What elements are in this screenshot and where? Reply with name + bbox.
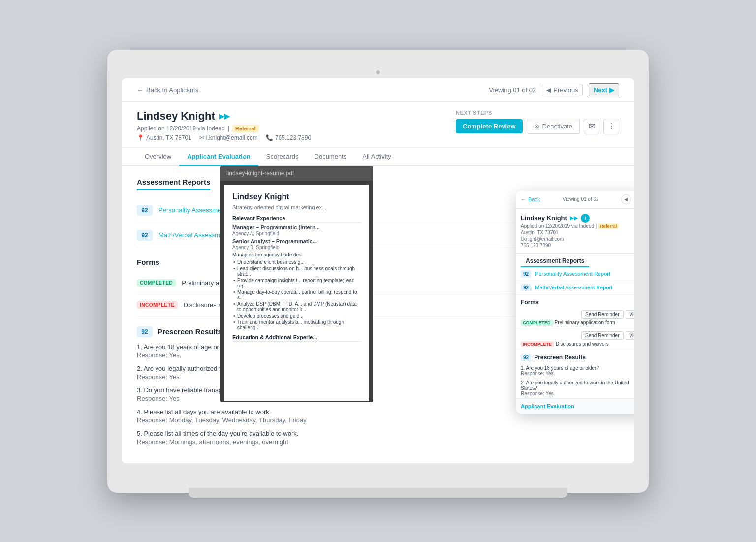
mobile-viewing-label: Viewing 01 of 02 (563, 196, 599, 202)
prev-arrow-icon: ◀ (546, 86, 551, 94)
mobile-preliminary-actions: Send Reminder View (521, 310, 634, 319)
pdf-job1-title: Manager – Programmatic (Intern... (232, 224, 361, 230)
mobile-applicant-name: Lindsey Knight ▶▶ i (521, 214, 634, 223)
pdf-bullet-7: Train and mentor analysts b... motivatin… (232, 319, 361, 330)
mobile-profile: Lindsey Knight ▶▶ i Applied on 12/20/201… (516, 209, 634, 254)
mobile-prescreen-q1: 1. Are you 18 years of age or older? (521, 365, 634, 371)
mobile-preliminary-send-reminder[interactable]: Send Reminder (581, 310, 623, 319)
pdf-bullet-3: Provide campaign insights t... reporting… (232, 278, 361, 288)
mobile-forms-section: Forms Send Reminder View COMPLETED Preli… (516, 295, 634, 350)
preliminary-status: COMPLETED (137, 279, 176, 287)
next-steps-buttons: Complete Review ⊗ Deactivate ✉ ⋮ (456, 119, 619, 134)
pdf-bullet-1: Understand client business g... (232, 259, 361, 265)
mobile-forms-title: Forms (516, 295, 634, 308)
personality-score: 92 (137, 205, 153, 216)
mobile-personality-score: 92 (521, 270, 531, 278)
disclosures-status: INCOMPLETE (137, 301, 178, 309)
mobile-math-name: Math/Verbal Assessment Report (535, 285, 634, 290)
mobile-disclosures-send-reminder[interactable]: Send Reminder (581, 331, 623, 340)
profile-info: Lindsey Knight ▶▶ Applied on 12/20/2019 … (137, 110, 311, 141)
mobile-back-arrow: ← (521, 196, 526, 202)
pdf-relevant-exp-title: Relevant Experience (232, 215, 361, 223)
pdf-job2-company: Agency B, Springfield (232, 245, 361, 250)
mobile-back-label: Back (528, 196, 540, 202)
deactivate-icon: ⊗ (534, 123, 539, 130)
pdf-header: lindsey-knight-resume.pdf (220, 166, 373, 181)
mobile-disclosures-name: Disclosures and waivers (556, 341, 609, 347)
mobile-math-score: 92 (521, 284, 531, 291)
pdf-tagline: Strategy-oriented digital marketing ex..… (232, 204, 361, 210)
mobile-meta: Applied on 12/20/2019 via Indeed | Refer… (521, 223, 634, 229)
next-button[interactable]: Next ▶ (589, 83, 619, 96)
tab-overview[interactable]: Overview (137, 148, 179, 166)
pdf-bullet-5: Analyze DSP (DBM, TTD, A... and DMP (Neu… (232, 301, 361, 312)
mobile-applicant-eval-section[interactable]: Applicant Evaluation ∧ (516, 398, 634, 414)
applicant-name: Lindsey Knight ▶▶ (137, 110, 311, 123)
more-options-button[interactable]: ⋮ (603, 119, 619, 134)
pdf-job2-title: Senior Analyst – Programmatic... (232, 238, 361, 244)
mobile-prescreen-item-1: 1. Are you 18 years of age or older? Res… (516, 363, 634, 378)
mobile-personality-name: Personality Assessment Report (535, 271, 634, 277)
next-steps-label: NEXT STEPS (456, 110, 492, 116)
mobile-prescreen-title: Prescreen Results (534, 354, 586, 361)
mobile-preliminary-view[interactable]: View (626, 310, 634, 319)
mobile-referral-badge: Referral (598, 223, 619, 229)
mobile-nav-icons: ◀ ▶ (621, 194, 634, 204)
location-field: 📍 Austin, TX 78701 (137, 134, 191, 141)
previous-button[interactable]: ◀ Previous (542, 84, 583, 96)
mobile-disclosures-view[interactable]: View (626, 331, 634, 340)
laptop-notch (122, 64, 634, 78)
mobile-prescreen-header: 92 Prescreen Results (516, 350, 634, 363)
next-label: Next (594, 86, 607, 94)
pdf-content: Lindsey Knight Strategy-oriented digital… (224, 185, 369, 401)
email-field[interactable]: ✉ l.knight@email.com (199, 134, 258, 141)
tab-all-activity[interactable]: All Activity (354, 148, 399, 166)
pdf-applicant-name: Lindsey Knight (232, 192, 361, 201)
mobile-prev-icon[interactable]: ◀ (621, 194, 631, 204)
mobile-prescreen-q2: 2. Are you legally authorized to work in… (521, 380, 634, 391)
mobile-prescreen-a1: Response: Yes. (521, 371, 634, 376)
pdf-overlay: lindsey-knight-resume.pdf Lindsey Knight… (220, 166, 373, 402)
mobile-phone: 765.123.7890 (521, 243, 634, 248)
mobile-prescreen-a2: Response: Yes (521, 391, 634, 396)
email-action-button[interactable]: ✉ (584, 119, 599, 134)
math-score: 92 (137, 230, 153, 241)
tab-applicant-evaluation[interactable]: Applicant Evaluation (179, 148, 258, 166)
deactivate-label: Deactivate (542, 123, 572, 130)
mobile-eval-title: Applicant Evaluation (521, 403, 574, 409)
mobile-top-bar: ← Back Viewing 01 of 02 ◀ ▶ (516, 191, 634, 209)
referral-badge: Referral (232, 125, 259, 132)
deactivate-button[interactable]: ⊗ Deactivate (527, 119, 580, 134)
more-options-icon: ⋮ (607, 122, 615, 131)
mobile-prescreen-section: 92 Prescreen Results 1. Are you 18 years… (516, 350, 634, 398)
mobile-location: Austin, TX 78701 (521, 230, 634, 235)
mobile-email: l.knight@email.com (521, 236, 634, 242)
profile-contact: 📍 Austin, TX 78701 ✉ l.knight@email.com … (137, 134, 311, 141)
prescreen-score: 92 (137, 326, 153, 337)
pdf-edu-title: Education & Additional Experie... (232, 334, 361, 342)
tab-documents[interactable]: Documents (307, 148, 355, 166)
email-icon: ✉ (199, 134, 204, 141)
mobile-form-preliminary: Send Reminder View COMPLETED Preliminary… (516, 308, 634, 329)
mobile-prescreen-item-2: 2. Are you legally authorized to work in… (516, 378, 634, 398)
applied-date: Applied on 12/20/2019 via Indeed (137, 125, 225, 132)
tab-scorecards[interactable]: Scorecards (258, 148, 307, 166)
prescreen-item-5: 5. Please list all times of the day you'… (137, 430, 619, 446)
top-nav: ← Back to Applicants Viewing 01 of 02 ◀ … (122, 78, 634, 102)
app-container: ← Back to Applicants Viewing 01 of 02 ◀ … (122, 78, 634, 463)
prescreen-a4: Response: Monday, Tuesday, Wednesday, Th… (137, 416, 619, 424)
pdf-bullet-4: Manage day-to-day operati... partner bil… (232, 289, 361, 300)
back-to-applicants-link[interactable]: ← Back to Applicants (137, 86, 198, 94)
prescreen-q5: 5. Please list all times of the day you'… (137, 430, 619, 437)
mobile-back-button[interactable]: ← Back (521, 196, 540, 202)
mobile-card: ← Back Viewing 01 of 02 ◀ ▶ Lindsey Knig… (516, 191, 634, 414)
content-area: Assessment Reports 92 Personality Assess… (122, 166, 634, 463)
complete-review-button[interactable]: Complete Review (456, 119, 523, 133)
next-steps-section: NEXT STEPS Complete Review ⊗ Deactivate … (456, 110, 619, 134)
forward-arrows-icon: ▶▶ (219, 112, 230, 120)
viewing-label: Viewing 01 of 02 (489, 86, 536, 94)
mobile-preliminary-name: Preliminary application form (555, 320, 615, 325)
laptop-frame: ← Back to Applicants Viewing 01 of 02 ◀ … (107, 50, 649, 493)
prescreen-title: Prescreen Results (158, 327, 222, 336)
mobile-report-row-personality: 92 Personality Assessment Report (516, 267, 634, 281)
